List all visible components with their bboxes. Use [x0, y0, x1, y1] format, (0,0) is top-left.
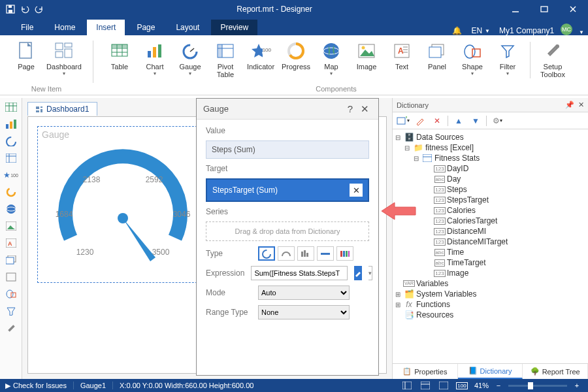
tree-resources[interactable]: 📑Resources: [394, 310, 587, 320]
value-well[interactable]: Steps (Sum): [206, 140, 369, 159]
tree-field-dayid[interactable]: 123DayID: [394, 163, 587, 174]
dict-down-icon[interactable]: ▼: [469, 114, 482, 127]
menu-insert[interactable]: Insert: [87, 20, 125, 35]
tree-field-stepstarget[interactable]: 123StepsTarget: [394, 195, 587, 205]
rail-text-icon[interactable]: A: [4, 237, 18, 250]
panel-close-button[interactable]: ✕: [357, 102, 372, 116]
rail-indicator-icon[interactable]: ★100: [4, 169, 18, 182]
status-check[interactable]: ▶ Check for Issues: [5, 382, 67, 390]
status-unit-hi-icon[interactable]: [438, 380, 449, 391]
tree-sysvars[interactable]: ⊞🗂️System Variables: [394, 289, 587, 299]
ribbon-text[interactable]: AText: [386, 39, 417, 78]
rail-setup-icon[interactable]: [4, 321, 18, 335]
ribbon-pivot[interactable]: Pivot Table: [210, 39, 241, 78]
expression-edit-button[interactable]: [354, 266, 362, 280]
ribbon-chart[interactable]: Chart▾: [139, 39, 171, 78]
dict-edit-icon[interactable]: [414, 114, 427, 127]
rail-chart-icon[interactable]: [4, 118, 18, 131]
tree-field-timetarget[interactable]: abcTimeTarget: [394, 257, 587, 268]
mode-select[interactable]: Auto: [258, 286, 350, 300]
dict-new-icon[interactable]: ＊▾: [397, 114, 410, 127]
notifications-icon[interactable]: 🔔: [452, 26, 468, 35]
rail-progress-icon[interactable]: [4, 186, 18, 199]
tree-fitness[interactable]: ⊟📁fitness [Excel]: [394, 142, 587, 153]
rail-shape-icon[interactable]: [4, 270, 18, 284]
undo-icon[interactable]: [20, 4, 30, 14]
dict-settings-icon[interactable]: ⚙▾: [491, 114, 504, 127]
ribbon-page[interactable]: Page: [10, 39, 42, 76]
zoom-in-button[interactable]: +: [571, 380, 583, 391]
menu-file[interactable]: File: [12, 20, 42, 35]
tree-datasources[interactable]: ⊟🗄️Data Sources: [394, 132, 587, 142]
ribbon-dashboard[interactable]: Dashboard▾: [46, 39, 82, 76]
rail-gauge-icon[interactable]: [4, 135, 18, 148]
menu-home[interactable]: Home: [45, 20, 84, 35]
redo-icon[interactable]: [34, 4, 44, 14]
maximize-button[interactable]: [533, 0, 555, 18]
tree-variables[interactable]: VARVariables: [394, 278, 587, 289]
target-well[interactable]: StepsTarget (Sum) ✕: [206, 178, 369, 202]
type-half-icon[interactable]: [278, 246, 295, 261]
tree-field-distancemitarget[interactable]: 123DistanceMITarget: [394, 237, 587, 247]
type-bars-icon[interactable]: [336, 246, 353, 261]
minimize-button[interactable]: [504, 0, 527, 18]
tab-dictionary[interactable]: 📘 Dictionary: [458, 364, 523, 379]
tree-field-distancemi[interactable]: 123DistanceMI: [394, 226, 587, 237]
rail-table-icon[interactable]: [4, 101, 18, 114]
ribbon-map[interactable]: Map▾: [316, 39, 347, 78]
rail-panel-icon[interactable]: [4, 253, 18, 267]
tree-fitnessstats[interactable]: ⊟Fitness Stats: [394, 153, 587, 163]
rail-map-icon[interactable]: [4, 203, 18, 216]
tree-field-time[interactable]: abcTime: [394, 247, 587, 257]
tab-properties[interactable]: 📋 Properties: [393, 364, 458, 379]
target-clear-button[interactable]: ✕: [350, 184, 363, 197]
ribbon-filter[interactable]: Filter▾: [492, 39, 523, 78]
zoom-slider[interactable]: [508, 385, 567, 387]
ribbon-indicator[interactable]: 100Indicator: [245, 39, 276, 78]
ribbon-panel[interactable]: Panel: [421, 39, 453, 78]
menu-preview[interactable]: Preview: [211, 20, 257, 35]
status-unit-px-icon[interactable]: 100: [456, 380, 468, 391]
rangetype-select[interactable]: None: [258, 305, 350, 319]
ribbon-table[interactable]: Table: [104, 39, 135, 78]
menu-page[interactable]: Page: [127, 20, 164, 35]
design-tab[interactable]: Dashboard1: [27, 102, 97, 116]
series-dropzone[interactable]: Drag & drop data from Dictionary: [206, 221, 369, 241]
tree-field-day[interactable]: abcDay: [394, 174, 587, 184]
expression-input[interactable]: [251, 266, 348, 280]
ribbon-setup[interactable]: Setup Toolbox: [537, 39, 568, 78]
type-linear-icon[interactable]: [297, 246, 314, 261]
ribbon-progress[interactable]: Progress: [280, 39, 312, 78]
dict-delete-icon[interactable]: ✕: [431, 114, 444, 127]
gauge-component[interactable]: Gauge 1230 1684 2138 2592 3046 3500: [37, 126, 207, 283]
dictionary-pin-icon[interactable]: 📌: [565, 101, 574, 109]
rail-image-icon[interactable]: [4, 220, 18, 233]
panel-help-button[interactable]: ?: [343, 102, 357, 116]
save-icon[interactable]: [5, 4, 16, 14]
dict-up-icon[interactable]: ▲: [452, 114, 465, 127]
ribbon-shape[interactable]: Shape▾: [457, 39, 488, 78]
rail-filter-icon[interactable]: [4, 304, 18, 318]
status-unit-in-icon[interactable]: [419, 380, 431, 391]
dictionary-close-icon[interactable]: ✕: [574, 101, 584, 109]
tree-field-image[interactable]: 123Image: [394, 268, 587, 278]
menu-layout[interactable]: Layout: [167, 20, 208, 35]
tree-field-calories[interactable]: 123Calories: [394, 205, 587, 216]
close-button[interactable]: [562, 0, 584, 18]
status-unit-cm-icon[interactable]: [401, 380, 413, 391]
language-selector[interactable]: EN ▼: [471, 26, 497, 35]
ribbon-image[interactable]: Image: [351, 39, 382, 78]
user-avatar[interactable]: MC: [561, 24, 572, 35]
tab-reporttree[interactable]: 🌳 Report Tree: [523, 364, 588, 379]
company-label[interactable]: My1 Company1: [499, 26, 558, 35]
type-horiz-icon[interactable]: [317, 246, 334, 261]
type-full-icon[interactable]: [258, 246, 275, 261]
rail-shapes2-icon[interactable]: [4, 287, 18, 301]
tree-field-caloriestarget[interactable]: 123CaloriesTarget: [394, 216, 587, 226]
ribbon-gauge[interactable]: Gauge▾: [174, 39, 206, 78]
tree-field-steps[interactable]: 123Steps: [394, 184, 587, 195]
rail-pivot-icon[interactable]: [4, 152, 18, 165]
expression-dropdown[interactable]: ▾: [368, 266, 372, 280]
zoom-out-button[interactable]: −: [493, 380, 504, 391]
tree-functions[interactable]: ⊞fxFunctions: [394, 299, 587, 310]
